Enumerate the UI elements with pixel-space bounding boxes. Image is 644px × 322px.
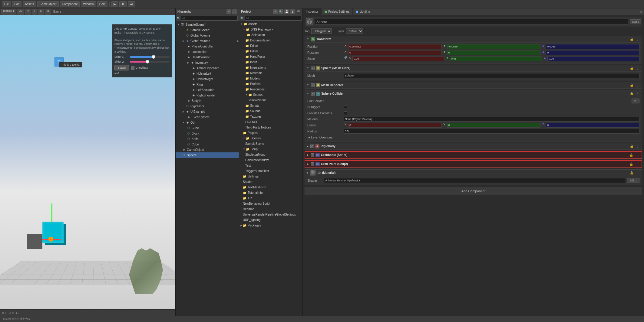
grabbable-check[interactable]: ✓ — [311, 153, 314, 157]
hier-item-gameobject[interactable]: ◈ GameObject — [176, 147, 239, 152]
toolbar-component[interactable]: Component — [60, 1, 80, 7]
tag-select[interactable]: Untagged — [311, 28, 332, 34]
hier-item-headcollision[interactable]: ◈ HeadCollision — [176, 54, 239, 60]
proj-materials[interactable]: 📁 Materials — [239, 70, 302, 76]
project-info-btn[interactable]: ℹ — [290, 9, 295, 14]
proj-samplescene[interactable]: SampleScene — [239, 97, 302, 103]
proj-samplescene2[interactable]: SampleScene — [239, 141, 302, 146]
layer-overrides-expand[interactable]: ▶ — [309, 136, 310, 139]
hier-item-sphere[interactable]: ⬡ Sphere — [176, 152, 239, 158]
proj-xr[interactable]: 📁 XR — [239, 195, 302, 201]
material-lock[interactable]: 🔒 — [629, 171, 634, 175]
mesh-renderer-menu[interactable]: ⋮ — [635, 83, 640, 88]
toolbar-assets[interactable]: Assets — [23, 1, 36, 7]
proj-scenes2[interactable]: ▼ 📁 Scenes — [239, 135, 302, 141]
pos-x[interactable] — [348, 44, 442, 49]
project-search-input[interactable] — [245, 16, 301, 21]
transform-menu-icon[interactable]: ⋮ — [635, 37, 640, 42]
sphere-collider-expand[interactable]: ▼ — [307, 92, 309, 95]
rot-z[interactable] — [546, 50, 639, 55]
packages-expand[interactable]: ▶ — [240, 224, 242, 227]
ui-checkbox[interactable]: Checkbox — [131, 66, 148, 70]
toolbar-file[interactable]: File — [2, 1, 11, 7]
proj-documentation[interactable]: 📁 Documentation — [239, 37, 302, 43]
pos-z[interactable] — [546, 44, 639, 49]
checkbox-box[interactable] — [131, 66, 134, 70]
hier-item-uiexample[interactable]: ▶ ◈ UIExample — [176, 109, 239, 114]
material-menu[interactable]: ⋮ — [635, 171, 640, 175]
hier-item-ring[interactable]: ◈ Ring — [176, 82, 239, 87]
layer-overrides-row[interactable]: ▶ Layer Overrides — [307, 135, 639, 140]
proj-triggerbtntest[interactable]: TriggerButtonTest — [239, 168, 302, 174]
material-header[interactable]: ▶ Lit (Material) 🔒 ⋮ — [305, 170, 642, 176]
sphere-collider-lock[interactable]: 🔒 — [629, 91, 634, 96]
tab-project-settings[interactable]: Project Settings — [322, 8, 353, 15]
proj-scripts[interactable]: 📁 Scripts — [239, 103, 302, 108]
hier-item-xrrig[interactable]: ▶ ◈ Global Volume ▶ — [176, 38, 239, 44]
slider-1-thumb[interactable] — [152, 55, 155, 59]
slider-2-thumb[interactable] — [146, 60, 149, 63]
grabbable-menu[interactable]: ⋮ — [635, 153, 640, 158]
pos-y[interactable] — [447, 44, 541, 49]
proj-textures[interactable]: 📁 Textures — [239, 114, 302, 119]
ui-button[interactable]: Button — [114, 65, 129, 70]
proj-scenes[interactable]: ▼ 📁 Scenes — [239, 92, 302, 97]
toolbar-help[interactable]: Help — [97, 1, 108, 7]
proj-editor[interactable]: 📁 Editor — [239, 43, 302, 48]
hierarchy-add-btn[interactable]: + — [226, 9, 231, 14]
center-x[interactable] — [348, 123, 442, 128]
is-trigger-checkbox[interactable] — [344, 105, 347, 109]
hier-item-holsterleft[interactable]: ◈ HolsterLeft — [176, 71, 239, 76]
center-z[interactable] — [546, 123, 639, 128]
expand[interactable]: ▼ — [243, 137, 245, 140]
proj-license[interactable]: LICENSE — [239, 119, 302, 125]
mesh-renderer-header[interactable]: ▼ ✓ ▦ Mesh Renderer 🔒 ⋮ — [305, 82, 642, 89]
grab-point-lock[interactable]: 🔒 — [629, 162, 634, 167]
play-btn[interactable]: ▶ — [111, 1, 118, 7]
scene-2d-btn[interactable]: 2D — [17, 9, 24, 15]
hier-item-playercontroller[interactable]: ◈ PlayerController — [176, 44, 239, 49]
shader-edit-btn[interactable]: Edit... — [627, 178, 639, 183]
step-btn[interactable]: ⏭ — [128, 1, 135, 7]
hierarchy-search-input[interactable] — [181, 16, 238, 21]
hier-item-cube1[interactable]: ⬡ Cube — [176, 125, 239, 131]
grab-point-menu[interactable]: ⋮ — [635, 162, 640, 167]
hier-expand-icon[interactable]: ▼ — [177, 23, 180, 26]
add-component-button[interactable]: Add Component — [305, 187, 642, 195]
mesh-renderer-expand[interactable]: ▼ — [307, 84, 309, 86]
rot-y[interactable] — [447, 50, 541, 55]
mesh-filter-menu[interactable]: ⋮ — [635, 66, 640, 71]
grab-point-expand[interactable]: ▶ — [307, 163, 309, 165]
hier-item-block[interactable]: ⬡ Block — [176, 131, 239, 136]
proj-urplighting[interactable]: URP_lighting — [239, 217, 302, 223]
edit-collider-btn[interactable]: ✏ — [632, 99, 639, 103]
proj-assets[interactable]: ▼ 📁 Assets — [239, 21, 302, 27]
hier-item-locomotion[interactable]: ◈ Locomotion — [176, 49, 239, 54]
xrrig-expand-icon[interactable]: ▶ — [182, 39, 185, 43]
scene-audio-btn[interactable]: ♪ — [32, 9, 37, 15]
scale-y[interactable] — [450, 56, 542, 61]
proj-calcwindow[interactable]: CalculateWindow — [239, 157, 302, 163]
proj-readme[interactable]: Readme — [239, 206, 302, 212]
slider-2-track[interactable] — [130, 61, 170, 63]
hier-item-cube2[interactable]: ⬡ Cube — [176, 141, 239, 147]
toolbar-window[interactable]: Window — [81, 1, 96, 7]
proj-singletonmono[interactable]: SingletonMono — [239, 152, 302, 157]
radius-input[interactable] — [344, 129, 639, 134]
scene-light-btn[interactable]: ☀ — [25, 9, 31, 15]
proj-bng[interactable]: ▼ 📁 BNG Framework — [239, 27, 302, 32]
proj-urp[interactable]: UniversalRenderPipelineGlobalSettings — [239, 212, 302, 217]
hier-item-obj[interactable]: ▼ ◈ Obj — [176, 120, 239, 125]
tab-inspector[interactable]: Inspector — [303, 8, 322, 15]
rigidbody-expand[interactable]: ▶ — [307, 145, 309, 148]
expand[interactable]: ▼ — [245, 93, 248, 96]
hier-item-ammodispenser[interactable]: ◈ AmmoDispenser — [176, 65, 239, 71]
transform-lock-icon[interactable]: 🔒 — [629, 37, 634, 42]
proj-prefabs[interactable]: 📁 Prefabs — [239, 81, 302, 86]
sphere-collider-header[interactable]: ▼ ✓ ⊙ Sphere Collider 🔒 ⋮ — [305, 90, 642, 97]
layer-select[interactable]: Default — [346, 28, 363, 34]
mesh-filter-header[interactable]: ▼ ✓ ▥ Sphere (Mesh Filter) 🔒 ⋮ — [305, 65, 642, 72]
inspector-close-btn[interactable]: × — [640, 10, 642, 14]
scale-link-icon[interactable]: 🔗 — [344, 56, 347, 61]
expand-arrow[interactable]: ▶ — [237, 40, 239, 42]
